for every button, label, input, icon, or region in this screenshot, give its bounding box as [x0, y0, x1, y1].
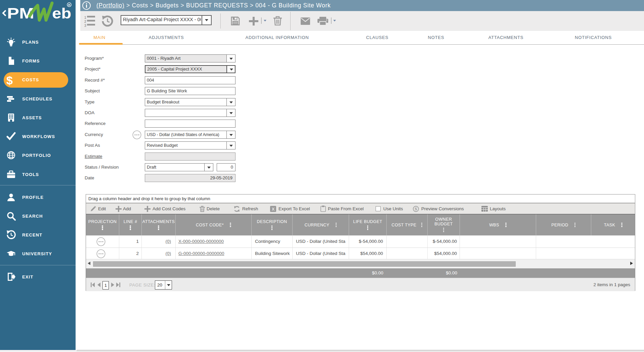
svg-text:S: S: [415, 207, 417, 211]
svg-text:3: 3: [84, 24, 86, 27]
svg-text:2: 2: [84, 20, 86, 24]
svg-text:1: 1: [84, 16, 86, 19]
svg-text:eb: eb: [52, 5, 71, 22]
svg-text:R: R: [68, 3, 71, 7]
svg-text:X: X: [272, 207, 275, 212]
